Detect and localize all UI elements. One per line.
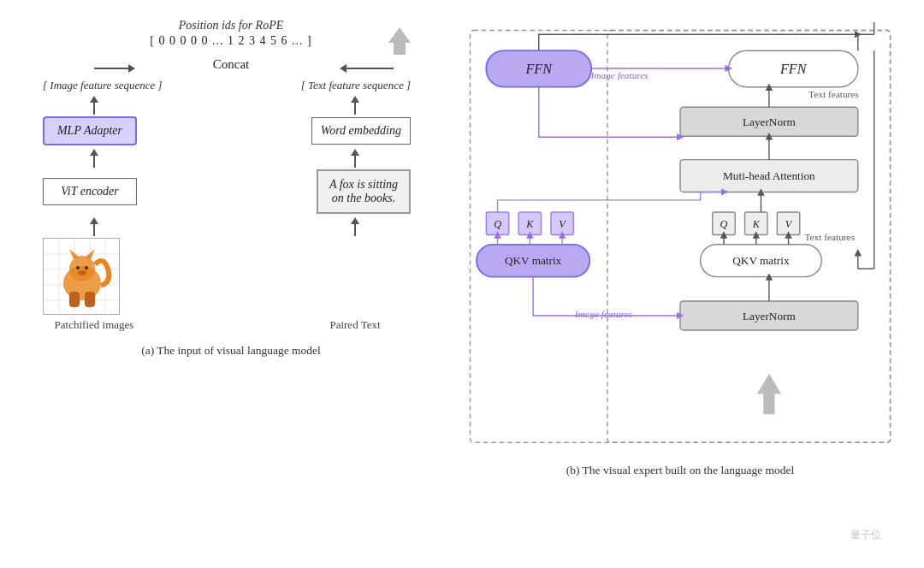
- svg-point-9: [69, 256, 95, 281]
- left-caption: (a) The input of visual language model: [141, 344, 321, 357]
- svg-text:QKV matrix: QKV matrix: [732, 254, 790, 267]
- svg-text:Q: Q: [720, 218, 728, 230]
- left-panel: Position ids for RoPE [ 0 0 0 0 0 ... 1 …: [26, 17, 436, 559]
- svg-text:QKV matrix: QKV matrix: [505, 254, 562, 267]
- fox-image: [43, 238, 120, 315]
- rope-array: [ 0 0 0 0 0 ... 1 2 3 4 5 6 ... ]: [150, 34, 311, 48]
- svg-text:FFN: FFN: [779, 62, 808, 76]
- svg-text:Muti-head Attention: Muti-head Attention: [723, 169, 815, 182]
- svg-text:FFN: FFN: [525, 62, 554, 76]
- svg-text:Text features: Text features: [808, 89, 859, 99]
- svg-text:K: K: [525, 218, 534, 230]
- svg-rect-16: [85, 292, 95, 307]
- paired-text-label: Paired Text: [299, 318, 411, 332]
- right-diagram: FFN FFN Image features Text features Lay…: [462, 17, 898, 496]
- svg-rect-15: [69, 292, 80, 307]
- svg-text:LayerNorm: LayerNorm: [743, 310, 796, 322]
- rope-label: Position ids for RoPE: [179, 19, 284, 32]
- text-input-box: A fox is sitting on the books.: [317, 169, 411, 214]
- image-seq-label: [ Image feature sequence ]: [43, 79, 163, 92]
- svg-marker-60: [757, 374, 781, 414]
- svg-text:Image features: Image features: [574, 309, 633, 319]
- svg-text:Q: Q: [494, 218, 501, 230]
- text-seq-label: [ Text feature sequence ]: [301, 79, 411, 92]
- concat-label: Concat: [213, 57, 250, 72]
- svg-text:LayerNorm: LayerNorm: [743, 115, 796, 128]
- patchified-label: Patchified images: [43, 318, 145, 332]
- vit-encoder-box: ViT encoder: [43, 178, 137, 205]
- svg-text:Text features: Text features: [804, 232, 855, 242]
- svg-point-12: [76, 266, 80, 269]
- mlp-adapter-box: MLP Adapter: [43, 116, 137, 145]
- svg-point-13: [85, 266, 88, 269]
- watermark: 量子位: [850, 529, 881, 541]
- svg-text:K: K: [752, 218, 761, 230]
- right-panel: FFN FFN Image features Text features Lay…: [436, 17, 898, 559]
- svg-point-14: [78, 270, 86, 275]
- word-embedding-box: Word embedding: [311, 117, 411, 145]
- svg-text:Image features: Image features: [590, 70, 649, 80]
